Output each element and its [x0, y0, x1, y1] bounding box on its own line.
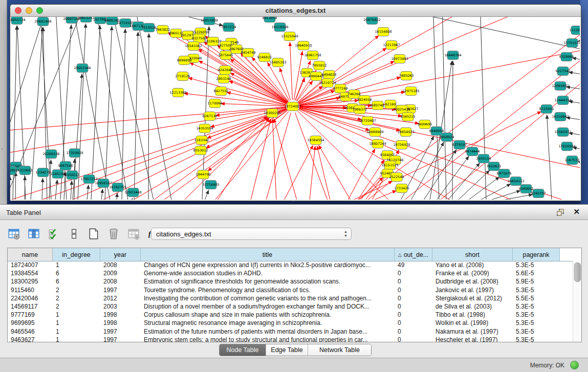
column-header-in_degree[interactable]: in_degree	[53, 248, 100, 261]
table-row[interactable]: 1938455462009Genome-wide association stu…	[8, 269, 573, 277]
table-row[interactable]: 2242004622012Investigating the contribut…	[8, 294, 573, 302]
graph-node[interactable]: 6494028	[322, 71, 337, 79]
graph-node[interactable]: 8345215	[401, 113, 416, 121]
graph-node[interactable]: 8427552	[214, 87, 229, 96]
graph-node[interactable]: 16210643	[552, 113, 569, 121]
graph-node[interactable]: 1112005	[570, 26, 580, 35]
graph-node[interactable]: 8115955	[539, 105, 554, 114]
left-splitter[interactable]: ›	[0, 0, 7, 204]
graph-node[interactable]: 2935114	[476, 155, 491, 163]
graph-node[interactable]: 17016504	[558, 142, 575, 151]
graph-node[interactable]: 9699695	[418, 120, 432, 129]
graph-node[interactable]: 7632621	[487, 162, 502, 171]
delete-table-icon[interactable]	[127, 227, 140, 240]
table-row[interactable]: 946362711997Embryonic stem cells: a mode…	[8, 336, 573, 342]
graph-node[interactable]: 1167533	[565, 156, 580, 165]
row-height-icon[interactable]	[67, 227, 80, 240]
graph-node[interactable]: 1733426	[395, 184, 409, 193]
column-header-short[interactable]: short	[432, 248, 513, 261]
table-row[interactable]: 1830029562008Estimation of significance …	[8, 277, 573, 286]
table-row[interactable]: 1872400712008Changes of HCN gene express…	[8, 261, 573, 269]
graph-node[interactable]: 8454749	[241, 49, 256, 57]
show-columns-icon[interactable]	[27, 227, 40, 240]
graph-node[interactable]: 9242848	[218, 66, 233, 75]
column-header-name[interactable]: name	[8, 248, 53, 261]
graph-node[interactable]: 1844790	[196, 170, 211, 179]
graph-node[interactable]: 10688609	[366, 128, 383, 137]
column-header-year[interactable]: year	[100, 248, 141, 261]
new-column-icon[interactable]	[87, 227, 100, 240]
graph-node[interactable]: 12975185	[402, 87, 419, 96]
table-scrollbar-thumb[interactable]	[574, 262, 581, 282]
table-selector[interactable]: citations_edges.txt ▲▼	[151, 228, 352, 240]
graph-node[interactable]: 9553012	[193, 146, 208, 155]
splitter-collapse-arrow-icon[interactable]: ›	[1, 146, 3, 151]
column-header-pagerank[interactable]: pagerank	[513, 248, 560, 261]
graph-node[interactable]: 2803144	[216, 75, 231, 83]
network-canvas[interactable]: 1805572420691406208971481065325715279026…	[10, 17, 580, 200]
graph-node[interactable]: 2522549	[389, 173, 404, 182]
graph-node[interactable]: 6379197	[452, 141, 467, 149]
graph-node[interactable]: 9777169	[333, 84, 348, 93]
graph-node[interactable]: 15592971	[554, 128, 571, 137]
graph-node[interactable]: 8471676	[497, 169, 512, 178]
memory-indicator[interactable]	[570, 361, 579, 369]
graph-node[interactable]: 9227342	[556, 67, 571, 76]
graph-node[interactable]: 13325049	[281, 32, 298, 41]
table-row[interactable]: 1456911722003Disruption of a novel membe…	[8, 302, 573, 311]
graph-node[interactable]: 19756928	[393, 141, 410, 149]
table-row[interactable]: 977716911998Corpus callosum shape and si…	[8, 311, 573, 319]
graph-node[interactable]: 7955812	[312, 61, 327, 70]
table-row[interactable]: 969969511998Structural magnetic resonanc…	[8, 319, 573, 327]
float-window-icon[interactable]	[556, 208, 565, 216]
tab-edge-table[interactable]: Edge Table	[266, 344, 308, 356]
table-row[interactable]: 911546021997Tourette syndrome. Phenomeno…	[8, 286, 573, 294]
select-columns-icon[interactable]	[47, 227, 60, 240]
graph-node[interactable]: 1170064	[208, 99, 223, 108]
graph-node[interactable]: 1234275	[36, 168, 51, 177]
column-header-title[interactable]: title	[141, 248, 395, 261]
graph-node[interactable]: 12213369	[169, 89, 186, 97]
graph-node[interactable]: 20876822	[363, 17, 380, 25]
graph-node[interactable]: 16648784	[444, 51, 461, 60]
graph-node[interactable]: 7986372	[353, 105, 367, 114]
graph-node[interactable]: 1145194	[51, 170, 66, 179]
graph-node[interactable]: 19384554	[307, 136, 324, 145]
graph-node[interactable]: 7515526	[142, 24, 157, 32]
window-titlebar[interactable]: citations_edges.txt	[10, 5, 581, 17]
graph-node[interactable]: 18055724	[10, 17, 26, 25]
graph-node[interactable]: 19218506	[271, 23, 288, 32]
graph-node[interactable]: 1215683	[18, 166, 33, 175]
table-mode-icon[interactable]	[7, 227, 20, 240]
graph-node[interactable]: 8813054	[263, 17, 277, 23]
graph-node[interactable]: 8267130	[203, 112, 217, 121]
graph-node[interactable]: 10653257	[77, 17, 94, 23]
graph-node[interactable]: 12213967	[383, 41, 400, 50]
graph-node[interactable]: 10973493	[391, 55, 408, 63]
network-graph[interactable]: 1805572420691406208971481065325715279026…	[10, 17, 580, 200]
graph-node[interactable]: 16961758	[304, 51, 321, 60]
graph-node[interactable]: 28053346	[74, 64, 91, 73]
graph-node[interactable]: 1350513	[65, 171, 80, 180]
graph-node[interactable]: 18807249	[369, 140, 386, 148]
table-row[interactable]: 946554611997Estimation of the future num…	[8, 327, 573, 336]
graph-node[interactable]: 7485063	[399, 72, 414, 80]
graph-node[interactable]: 7857224	[222, 23, 236, 32]
graph-node[interactable]: 9097548	[58, 162, 73, 170]
column-header-out_de[interactable]: △out_de...	[395, 248, 432, 261]
graph-node[interactable]: 9245707	[531, 189, 546, 198]
graph-node[interactable]: 9329966	[559, 53, 574, 61]
close-panel-icon[interactable]: ✕	[573, 207, 580, 216]
tab-node-table[interactable]: Node Table	[220, 344, 266, 356]
graph-node[interactable]: 15716485	[202, 181, 219, 189]
graph-node[interactable]: 9896809	[177, 56, 192, 65]
table-scrollbar-track[interactable]	[573, 261, 581, 342]
graph-node[interactable]: 2718126	[176, 72, 190, 81]
graph-node[interactable]: 14353554	[196, 124, 213, 133]
graph-node[interactable]: 12093832	[552, 82, 569, 91]
graph-node[interactable]: 8958924	[440, 133, 454, 142]
graph-node[interactable]: 9474444	[465, 147, 480, 156]
graph-node[interactable]: 20691406	[34, 17, 51, 26]
graph-node[interactable]: 19654923	[397, 128, 414, 137]
graph-node[interactable]: 3824554	[357, 96, 372, 104]
